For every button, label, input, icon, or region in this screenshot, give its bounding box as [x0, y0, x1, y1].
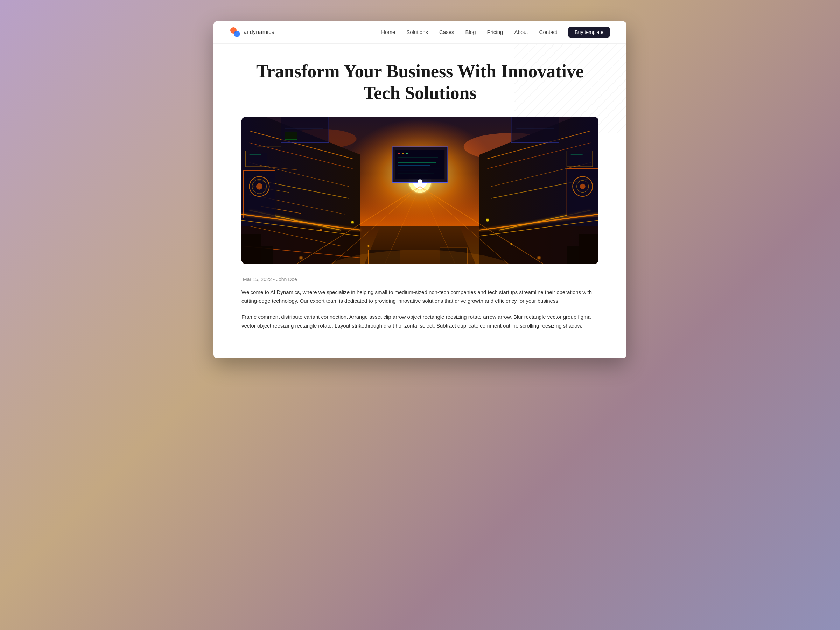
hero-image [242, 117, 598, 264]
nav-item-home[interactable]: Home [381, 29, 395, 35]
nav-link-solutions[interactable]: Solutions [406, 29, 428, 35]
svg-rect-63 [406, 153, 408, 154]
nav-link-home[interactable]: Home [381, 29, 395, 35]
logo-text: ai dynamics [243, 29, 275, 35]
svg-point-77 [510, 243, 512, 245]
svg-point-78 [299, 256, 302, 259]
svg-point-79 [537, 256, 540, 259]
svg-point-76 [486, 219, 489, 221]
svg-rect-86 [512, 117, 559, 143]
article-meta: Mar 15, 2022 - John Doe [242, 276, 598, 282]
svg-rect-93 [579, 234, 598, 264]
nav-link-contact[interactable]: Contact [539, 29, 557, 35]
svg-rect-62 [402, 153, 404, 154]
nav-link-blog[interactable]: Blog [465, 29, 476, 35]
browser-window: ai dynamics Home Solutions Cases Blog Pr… [213, 21, 627, 358]
svg-rect-94 [567, 246, 579, 264]
svg-point-73 [351, 221, 354, 223]
nav-item-about[interactable]: About [514, 29, 528, 35]
nav-item-buy[interactable]: Buy template [568, 29, 610, 35]
article-paragraph-2: Frame comment distribute variant connect… [242, 313, 598, 330]
nav-item-pricing[interactable]: Pricing [487, 29, 503, 35]
svg-rect-92 [261, 246, 273, 264]
svg-rect-61 [398, 153, 400, 154]
svg-rect-60 [395, 150, 445, 179]
svg-rect-23 [248, 153, 267, 164]
logo-icon [230, 27, 240, 37]
logo-area[interactable]: ai dynamics [230, 27, 275, 37]
svg-rect-40 [569, 153, 591, 164]
nav-item-solutions[interactable]: Solutions [406, 29, 428, 35]
nav-link-buy[interactable]: Buy template [568, 27, 610, 38]
nav-link-pricing[interactable]: Pricing [487, 29, 503, 35]
navbar: ai dynamics Home Solutions Cases Blog Pr… [213, 21, 627, 44]
svg-point-74 [368, 245, 369, 247]
logo-circle-blue [234, 31, 240, 37]
article-body: Welcome to AI Dynamics, where we special… [242, 288, 598, 330]
main-content: Transform Your Business With Innovative … [213, 44, 627, 358]
nav-links: Home Solutions Cases Blog Pricing About … [381, 29, 610, 35]
nav-item-blog[interactable]: Blog [465, 29, 476, 35]
svg-rect-91 [242, 234, 261, 264]
svg-point-80 [418, 179, 422, 184]
svg-point-75 [320, 229, 322, 231]
article-paragraph-1: Welcome to AI Dynamics, where we special… [242, 288, 598, 306]
nav-item-contact[interactable]: Contact [539, 29, 557, 35]
svg-rect-27 [243, 171, 275, 218]
svg-rect-85 [285, 132, 297, 140]
nav-item-cases[interactable]: Cases [439, 29, 454, 35]
nav-link-about[interactable]: About [514, 29, 528, 35]
hero-title: Transform Your Business With Innovative … [242, 60, 598, 104]
svg-point-30 [256, 183, 262, 189]
svg-point-46 [580, 184, 586, 189]
nav-link-cases[interactable]: Cases [439, 29, 454, 35]
